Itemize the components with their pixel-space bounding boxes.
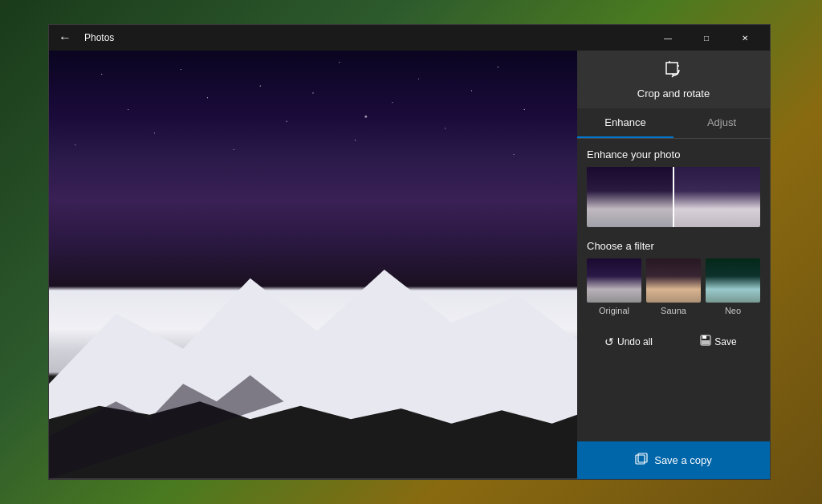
action-buttons: ↺ Undo all Save (587, 328, 760, 355)
filter-sauna[interactable]: Sauna (646, 258, 701, 315)
filter-neo-label: Neo (725, 306, 741, 315)
crop-rotate-label: Crop and rotate (637, 87, 710, 100)
minimize-button[interactable]: — (649, 25, 686, 51)
save-copy-button[interactable]: Save a copy (577, 441, 770, 479)
window-controls: — □ ✕ (649, 25, 763, 51)
save-copy-icon (635, 453, 648, 468)
save-label: Save (714, 336, 736, 348)
svg-rect-8 (702, 340, 710, 344)
save-icon (700, 335, 711, 348)
app-title: Photos (84, 32, 649, 43)
svg-rect-7 (702, 335, 706, 339)
filter-original[interactable]: Original (587, 258, 641, 315)
enhance-before (587, 167, 673, 227)
crop-rotate-icon (664, 60, 683, 84)
filter-thumb-original (587, 258, 641, 303)
right-panel: Crop and rotate Enhance Adjust Enhance y… (577, 51, 770, 479)
filter-thumb-sauna (646, 258, 701, 303)
maximize-button[interactable]: □ (688, 25, 725, 51)
mountain-svg (49, 243, 577, 479)
tab-enhance[interactable]: Enhance (577, 108, 673, 138)
enhance-after (673, 167, 760, 227)
filter-section: Choose a filter Original Sauna Neo (587, 240, 760, 315)
filter-section-label: Choose a filter (587, 240, 760, 252)
back-button[interactable]: ← (55, 28, 75, 47)
enhance-divider (673, 167, 674, 227)
crop-header: Crop and rotate (577, 51, 770, 108)
filter-sauna-label: Sauna (661, 306, 686, 315)
panel-content: Enhance your photo Choose a filter Origi… (577, 139, 770, 441)
save-button[interactable]: Save (677, 328, 760, 355)
title-bar: ← Photos — □ ✕ (49, 25, 770, 51)
tab-adjust[interactable]: Adjust (673, 108, 770, 138)
photo-area (49, 51, 577, 479)
save-copy-label: Save a copy (654, 454, 712, 466)
content-area: Crop and rotate Enhance Adjust Enhance y… (49, 51, 770, 479)
filter-neo[interactable]: Neo (706, 258, 760, 315)
enhance-preview (587, 167, 760, 227)
undo-all-label: Undo all (617, 336, 653, 348)
app-window: ← Photos — □ ✕ (48, 24, 771, 480)
svg-rect-3 (666, 63, 678, 74)
undo-icon: ↺ (604, 335, 614, 348)
undo-all-button[interactable]: ↺ Undo all (587, 328, 670, 355)
close-button[interactable]: ✕ (726, 25, 763, 51)
enhance-section-label: Enhance your photo (587, 148, 760, 161)
filter-thumb-neo (706, 258, 760, 303)
filter-grid: Original Sauna Neo (587, 258, 760, 315)
panel-tabs: Enhance Adjust (577, 108, 770, 139)
photo-display (49, 51, 577, 479)
filter-original-label: Original (599, 306, 629, 315)
photo-canvas (49, 51, 577, 479)
